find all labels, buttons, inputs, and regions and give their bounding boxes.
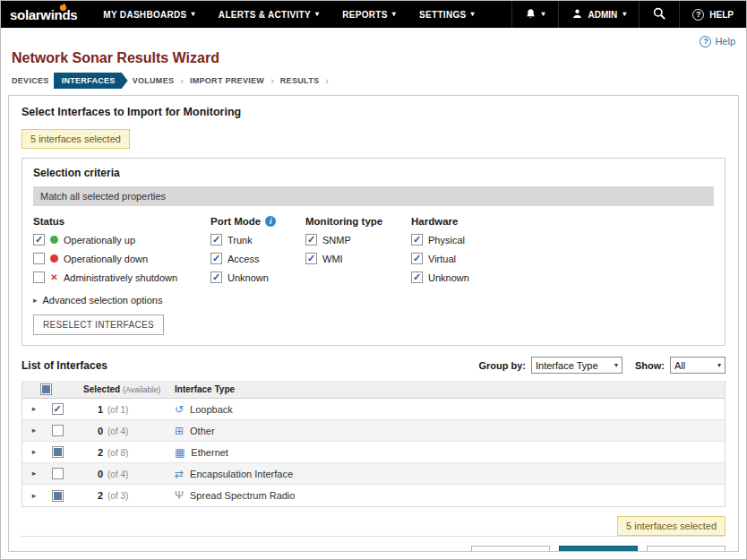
group-by-select[interactable]: Interface Type ▾ — [531, 357, 622, 374]
footer-selected-count-badge: 5 interfaces selected — [617, 516, 726, 536]
criteria-item-access: ✓ Access — [210, 253, 305, 264]
solarwinds-logo[interactable]: solarwinds — [1, 1, 91, 28]
criteria-item-hardware-unknown: ✓ Unknown — [411, 271, 528, 283]
expand-icon[interactable]: ▸ — [32, 470, 37, 478]
selected-count-cell: 1 (of 1) — [69, 404, 164, 415]
admin-menu[interactable]: ADMIN ▾ — [558, 1, 640, 28]
step-devices[interactable]: DEVICES — [12, 76, 49, 85]
chevron-down-icon: ▾ — [717, 361, 721, 369]
table-row-loopback[interactable]: ▸ ✓ 1 (of 1) ↺ Loopback — [22, 399, 725, 420]
table-row-spread-spectrum-radio[interactable]: ▸ 2 (of 3) Ψ Spread Spectrum Radio — [22, 485, 725, 506]
trunk-checkbox[interactable]: ✓ — [210, 234, 222, 246]
back-button[interactable]: BACK — [471, 546, 550, 552]
cancel-button[interactable]: CANCEL — [647, 546, 726, 552]
interface-type-label: Encapsulation Interface — [190, 469, 293, 479]
step-import-preview[interactable]: IMPORT PREVIEW — [190, 76, 264, 85]
step-results[interactable]: RESULTS — [280, 76, 319, 85]
match-properties-bar: Match all selected properties — [33, 186, 714, 206]
hardware-column-title: Hardware — [411, 216, 528, 227]
selected-count-badge: 5 interfaces selected — [21, 129, 130, 149]
row-checkbox[interactable]: ✓ — [52, 403, 64, 415]
page-title: Network Sonar Results Wizard — [12, 50, 746, 66]
interface-type-label: Ethernet — [191, 447, 228, 458]
interface-type-label: Spread Spectrum Radio — [190, 490, 295, 501]
nav-settings[interactable]: SETTINGS ▾ — [408, 1, 486, 28]
expand-icon[interactable]: ▸ — [32, 448, 37, 456]
nav-alerts-activity[interactable]: ALERTS & ACTIVITY ▾ — [207, 1, 331, 28]
top-navbar: solarwinds MY DASHBOARDS ▾ ALERTS & ACTI… — [1, 1, 746, 28]
snmp-checkbox[interactable]: ✓ — [305, 234, 317, 246]
table-row-ethernet[interactable]: ▸ 2 (of 8) ▦ Ethernet — [22, 442, 725, 463]
step-volumes[interactable]: VOLUMES — [133, 76, 175, 85]
row-checkbox[interactable] — [52, 490, 64, 502]
port-mode-column: Port Mode i ✓ Trunk ✓ Access ✓ Unknown — [210, 216, 305, 283]
select-all-checkbox[interactable] — [40, 383, 52, 395]
interfaces-table: Selected (Available) Interface Type ▸ ✓ … — [21, 381, 726, 507]
interface-type-label: Loopback — [190, 404, 233, 415]
chevron-down-icon: ▾ — [192, 11, 195, 18]
operationally-up-checkbox[interactable]: ✓ — [33, 234, 45, 246]
criteria-item-label: Administratively shutdown — [64, 272, 177, 283]
criteria-item-label: Operationally up — [64, 235, 135, 246]
wmi-checkbox[interactable]: ✓ — [305, 253, 317, 264]
hardware-column: Hardware ✓ Physical ✓ Virtual ✓ Unknown — [411, 216, 528, 283]
table-header: Selected (Available) Interface Type — [22, 381, 725, 399]
chevron-separator-icon: › — [325, 75, 329, 86]
criteria-item-label: Unknown — [428, 272, 469, 283]
show-value: All — [674, 360, 685, 371]
step-interfaces[interactable]: INTERFACES — [54, 73, 128, 89]
panel-heading: Select Interfaces to Import for Monitori… — [21, 106, 726, 118]
nav-spacer — [486, 1, 511, 28]
other-interface-icon: ⊞ — [175, 426, 184, 436]
available-count: (of 4) — [107, 426, 128, 436]
monitoring-type-column-title: Monitoring type — [305, 216, 411, 227]
selected-count-cell: 0 (of 4) — [69, 469, 164, 479]
administratively-shutdown-checkbox[interactable] — [33, 271, 45, 283]
row-checkbox[interactable] — [52, 468, 64, 479]
search-button[interactable] — [639, 1, 679, 28]
partial-check-icon — [54, 492, 62, 500]
bell-icon — [525, 8, 537, 22]
loopback-icon: ↺ — [175, 404, 184, 415]
radio-antenna-icon: Ψ — [175, 490, 184, 501]
check-icon: ✓ — [212, 235, 220, 245]
advanced-options-label: Advanced selection options — [43, 295, 163, 306]
nav-reports[interactable]: REPORTS ▾ — [331, 1, 408, 28]
table-row-encapsulation[interactable]: ▸ 0 (of 4) ⇄ Encapsulation Interface — [22, 463, 725, 485]
row-checkbox[interactable] — [52, 446, 64, 458]
selection-criteria-box: Selection criteria Match all selected pr… — [21, 158, 726, 346]
nav-label: MY DASHBOARDS — [103, 10, 186, 20]
criteria-item-virtual: ✓ Virtual — [411, 253, 528, 264]
physical-checkbox[interactable]: ✓ — [411, 234, 423, 246]
expand-icon[interactable]: ▸ — [32, 426, 37, 435]
access-checkbox[interactable]: ✓ — [210, 253, 222, 264]
selected-count: 2 — [90, 447, 103, 458]
status-up-icon — [50, 236, 58, 244]
interface-type-cell: ⇄ Encapsulation Interface — [164, 469, 725, 479]
port-unknown-checkbox[interactable]: ✓ — [210, 271, 222, 283]
virtual-checkbox[interactable]: ✓ — [411, 253, 423, 264]
chevron-down-icon: ▾ — [542, 11, 545, 18]
check-icon: ✓ — [53, 404, 61, 414]
table-row-other[interactable]: ▸ 0 (of 4) ⊞ Other — [22, 420, 725, 442]
info-icon[interactable]: i — [265, 216, 276, 227]
criteria-item-administratively-shutdown: ✕ Administratively shutdown — [33, 271, 210, 283]
expand-icon[interactable]: ▸ — [32, 405, 37, 413]
next-button[interactable]: NEXT — [559, 546, 638, 552]
criteria-columns: Status ✓ Operationally up Operationally … — [33, 216, 714, 283]
show-label: Show: — [635, 360, 665, 371]
hardware-unknown-checkbox[interactable]: ✓ — [411, 271, 423, 283]
reselect-interfaces-button[interactable]: RESELECT INTERFACES — [33, 314, 164, 335]
nav-help-button[interactable]: ? HELP — [679, 1, 746, 28]
nav-my-dashboards[interactable]: MY DASHBOARDS ▾ — [91, 1, 207, 28]
show-select[interactable]: All ▾ — [670, 357, 726, 374]
help-link[interactable]: ? Help — [700, 36, 735, 47]
nav-help-label: HELP — [709, 10, 734, 20]
operationally-down-checkbox[interactable] — [33, 253, 45, 264]
advanced-selection-options[interactable]: ▸ Advanced selection options — [33, 295, 714, 306]
row-checkbox[interactable] — [52, 425, 64, 436]
expand-icon[interactable]: ▸ — [32, 492, 37, 500]
notifications-button[interactable]: ▾ — [511, 1, 558, 28]
selected-count: 2 — [90, 490, 103, 501]
check-icon: ✓ — [413, 254, 421, 263]
